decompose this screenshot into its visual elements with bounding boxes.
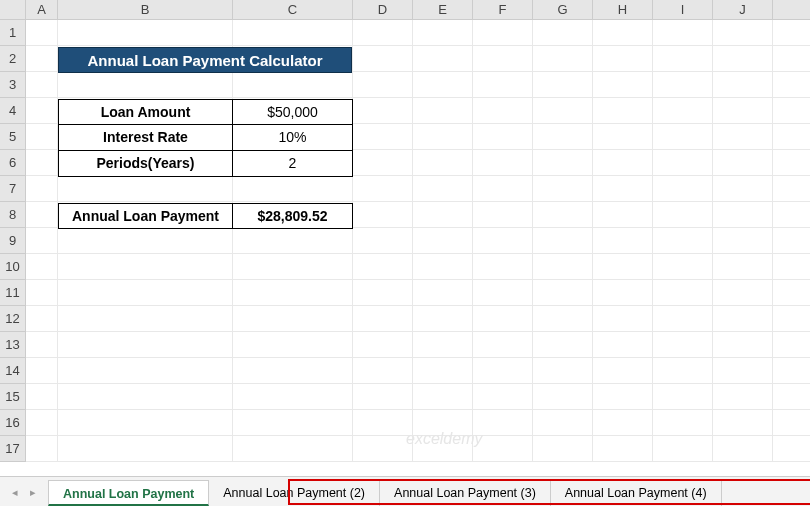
result-row: Annual Loan Payment $28,809.52 xyxy=(58,203,353,229)
col-header-H[interactable]: H xyxy=(593,0,653,19)
col-header-E[interactable]: E xyxy=(413,0,473,19)
row-header-11[interactable]: 11 xyxy=(0,280,26,306)
col-header-A[interactable]: A xyxy=(26,0,58,19)
loan-input-table: Loan Amount $50,000 Interest Rate 10% Pe… xyxy=(58,99,353,177)
row-header-2[interactable]: 2 xyxy=(0,46,26,72)
row-header-9[interactable]: 9 xyxy=(0,228,26,254)
row-headers: 1 2 3 4 5 6 7 8 9 10 11 12 13 14 15 16 1… xyxy=(0,20,26,462)
row-header-7[interactable]: 7 xyxy=(0,176,26,202)
annual-payment-label[interactable]: Annual Loan Payment xyxy=(58,203,233,229)
row-header-3[interactable]: 3 xyxy=(0,72,26,98)
row-header-14[interactable]: 14 xyxy=(0,358,26,384)
col-header-B[interactable]: B xyxy=(58,0,233,19)
row-header-13[interactable]: 13 xyxy=(0,332,26,358)
title-banner: Annual Loan Payment Calculator xyxy=(58,47,352,73)
col-header-J[interactable]: J xyxy=(713,0,773,19)
row-header-1[interactable]: 1 xyxy=(0,20,26,46)
sheet-tab[interactable]: Annual Loan Payment (4) xyxy=(551,480,722,506)
row-header-15[interactable]: 15 xyxy=(0,384,26,410)
annual-payment-value[interactable]: $28,809.52 xyxy=(233,203,353,229)
row-header-8[interactable]: 8 xyxy=(0,202,26,228)
col-header-G[interactable]: G xyxy=(533,0,593,19)
sheet-tab[interactable]: Annual Loan Payment (2) xyxy=(209,480,380,506)
sheet-tab[interactable]: Annual Loan Payment (3) xyxy=(380,480,551,506)
table-row: Interest Rate 10% xyxy=(58,125,353,151)
table-row: Periods(Years) 2 xyxy=(58,151,353,177)
row-header-16[interactable]: 16 xyxy=(0,410,26,436)
col-header-F[interactable]: F xyxy=(473,0,533,19)
col-header-D[interactable]: D xyxy=(353,0,413,19)
periods-label[interactable]: Periods(Years) xyxy=(58,151,233,177)
row-header-5[interactable]: 5 xyxy=(0,124,26,150)
spreadsheet-grid: A B C D E F G H I J 1 2 3 4 5 6 7 8 9 10… xyxy=(0,0,810,476)
table-row: Loan Amount $50,000 xyxy=(58,99,353,125)
loan-amount-label[interactable]: Loan Amount xyxy=(58,99,233,125)
column-headers: A B C D E F G H I J xyxy=(0,0,810,20)
sheet-tab-bar: ◂ ▸ Annual Loan Payment Annual Loan Paym… xyxy=(0,476,810,506)
cells-area[interactable]: Annual Loan Payment Calculator Loan Amou… xyxy=(26,20,810,462)
sheet-tab-active[interactable]: Annual Loan Payment xyxy=(48,480,209,506)
tab-prev-button[interactable]: ◂ xyxy=(8,485,22,499)
row-header-4[interactable]: 4 xyxy=(0,98,26,124)
tab-nav-controls: ◂ ▸ xyxy=(0,477,48,506)
select-all-corner[interactable] xyxy=(0,0,26,19)
periods-value[interactable]: 2 xyxy=(233,151,353,177)
row-header-10[interactable]: 10 xyxy=(0,254,26,280)
loan-amount-value[interactable]: $50,000 xyxy=(233,99,353,125)
row-header-6[interactable]: 6 xyxy=(0,150,26,176)
col-header-C[interactable]: C xyxy=(233,0,353,19)
tab-next-button[interactable]: ▸ xyxy=(26,485,40,499)
col-header-I[interactable]: I xyxy=(653,0,713,19)
row-header-17[interactable]: 17 xyxy=(0,436,26,462)
interest-rate-label[interactable]: Interest Rate xyxy=(58,125,233,151)
interest-rate-value[interactable]: 10% xyxy=(233,125,353,151)
row-header-12[interactable]: 12 xyxy=(0,306,26,332)
